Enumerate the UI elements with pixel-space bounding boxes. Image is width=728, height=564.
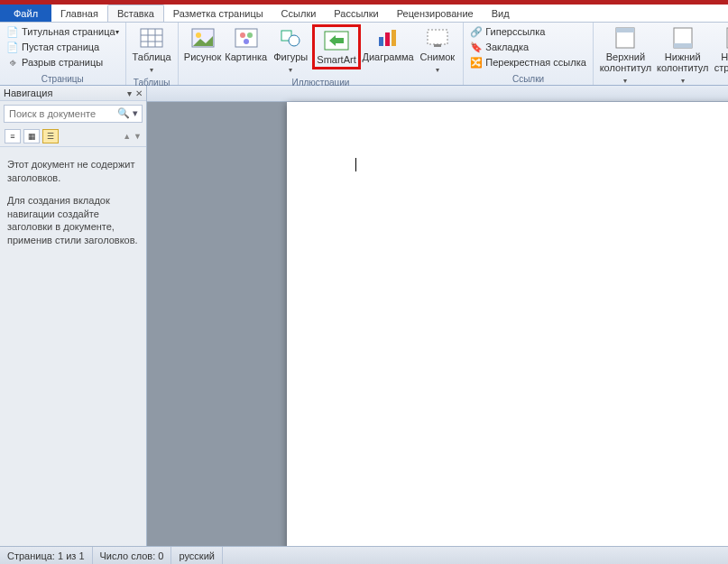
picture-button[interactable]: Рисунок (182, 24, 224, 64)
tab-view[interactable]: Вид (483, 5, 519, 22)
tab-file[interactable]: Файл (0, 5, 51, 22)
svg-rect-16 (385, 32, 390, 46)
page-icon: 📄 (6, 41, 19, 53)
status-bar: Страница: 1 из 1 Число слов: 0 русский (0, 546, 728, 564)
clipart-button[interactable]: Картинка (223, 24, 269, 64)
svg-point-10 (244, 39, 249, 44)
search-icon[interactable]: 🔍 ▾ (117, 107, 138, 119)
break-icon: ⎆ (6, 56, 19, 69)
nav-view-pages[interactable]: ▦ (23, 129, 40, 143)
ruler[interactable] (147, 86, 728, 102)
nav-close-icon[interactable]: ✕ (135, 88, 143, 98)
blank-page-button[interactable]: 📄Пустая страница (4, 40, 122, 54)
pagenum-icon: # (722, 26, 728, 50)
footer-icon (668, 26, 697, 50)
nav-view-results[interactable]: ☰ (42, 129, 59, 143)
tab-review[interactable]: Рецензирование (388, 5, 483, 22)
document-area[interactable] (147, 86, 728, 546)
nav-message: Этот документ не содержит заголовков. Дл… (0, 147, 146, 267)
svg-point-8 (240, 32, 245, 38)
tab-mailings[interactable]: Рассылки (325, 5, 387, 22)
document-page[interactable] (287, 102, 728, 546)
footer-button[interactable]: Нижний колонтитул (654, 24, 711, 88)
group-header-footer: Верхний колонтитул Нижний колонтитул # Н… (594, 23, 728, 85)
nav-dropdown-icon[interactable]: ▾ (127, 88, 132, 98)
ribbon-tabs: Файл Главная Вставка Разметка страницы С… (0, 5, 728, 23)
tab-home[interactable]: Главная (51, 5, 107, 22)
chart-button[interactable]: Диаграмма (361, 24, 416, 64)
header-icon (611, 26, 640, 50)
nav-up-icon[interactable]: ▲ (123, 132, 131, 141)
screenshot-icon (423, 26, 452, 50)
status-page[interactable]: Страница: 1 из 1 (0, 547, 93, 564)
screenshot-button[interactable]: Снимок (415, 24, 459, 77)
page-number-button[interactable]: # Номер страницы (711, 24, 728, 88)
nav-header: Навигация ▾ ✕ (0, 86, 146, 101)
svg-rect-18 (428, 30, 447, 44)
bookmark-icon: 🔖 (470, 41, 483, 53)
clipart-icon (232, 26, 261, 50)
hyperlink-icon: 🔗 (470, 25, 483, 38)
svg-point-6 (196, 32, 201, 38)
bookmark-button[interactable]: 🔖Закладка (467, 40, 589, 54)
nav-search: 🔍 ▾ (4, 105, 143, 123)
status-words[interactable]: Число слов: 0 (93, 547, 172, 564)
workspace: Навигация ▾ ✕ 🔍 ▾ ≡ ▦ ☰ ▲ ▼ Этот докумен… (0, 86, 728, 546)
nav-down-icon[interactable]: ▼ (134, 132, 142, 141)
hyperlink-button[interactable]: 🔗Гиперссылка (467, 24, 589, 39)
smartart-icon (322, 29, 351, 52)
smartart-button[interactable]: SmartArt (312, 24, 360, 69)
status-language[interactable]: русский (171, 547, 222, 564)
group-tables: Таблица Таблицы (126, 23, 179, 85)
shapes-icon (276, 26, 305, 50)
group-pages: 📄Титульная страница ▾ 📄Пустая страница ⎆… (0, 23, 126, 85)
crossref-icon: 🔀 (470, 56, 483, 69)
table-icon (137, 26, 166, 50)
svg-rect-0 (141, 29, 162, 47)
page-icon: 📄 (6, 25, 19, 38)
cover-page-button[interactable]: 📄Титульная страница ▾ (4, 24, 122, 39)
svg-rect-23 (674, 43, 692, 48)
navigation-pane: Навигация ▾ ✕ 🔍 ▾ ≡ ▦ ☰ ▲ ▼ Этот докумен… (0, 86, 147, 546)
header-button[interactable]: Верхний колонтитул (597, 24, 654, 88)
group-label-links: Ссылки (467, 73, 589, 85)
svg-point-9 (247, 32, 253, 38)
svg-rect-17 (392, 30, 396, 46)
ribbon: 📄Титульная страница ▾ 📄Пустая страница ⎆… (0, 23, 728, 86)
tab-references[interactable]: Ссылки (272, 5, 326, 22)
page-break-button[interactable]: ⎆Разрыв страницы (4, 55, 122, 69)
shapes-button[interactable]: Фигуры (269, 24, 312, 77)
text-cursor (355, 158, 356, 171)
table-button[interactable]: Таблица (130, 24, 174, 77)
chart-icon (373, 26, 402, 50)
tab-insert[interactable]: Вставка (107, 5, 164, 22)
svg-rect-15 (379, 37, 383, 46)
tab-page-layout[interactable]: Разметка страницы (164, 5, 272, 22)
svg-rect-19 (434, 44, 441, 47)
crossref-button[interactable]: 🔀Перекрестная ссылка (467, 55, 589, 69)
nav-title: Навигация (4, 88, 52, 98)
picture-icon (189, 26, 217, 50)
svg-point-12 (289, 35, 299, 46)
group-links: 🔗Гиперссылка 🔖Закладка 🔀Перекрестная ссы… (464, 23, 594, 85)
nav-view-headings[interactable]: ≡ (5, 129, 21, 143)
group-label-pages: Страницы (4, 73, 122, 85)
svg-rect-21 (616, 28, 634, 32)
group-illustrations: Рисунок Картинка Фигуры SmartArt Диаграм… (179, 23, 465, 85)
nav-view-buttons: ≡ ▦ ☰ ▲ ▼ (0, 126, 146, 147)
